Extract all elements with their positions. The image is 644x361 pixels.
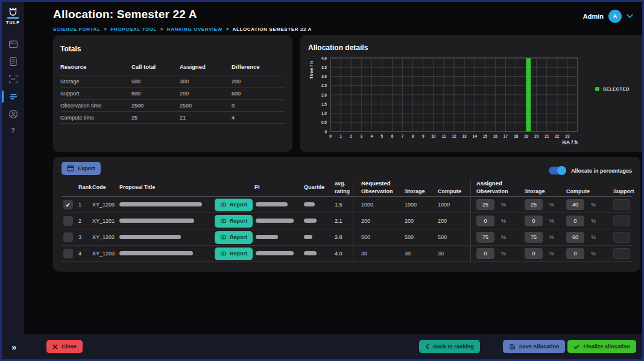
assigned-storage-cell: % bbox=[523, 248, 565, 259]
sidebar-item-account[interactable] bbox=[2, 108, 24, 120]
redacted-quartile bbox=[304, 235, 312, 239]
avatar[interactable]: A bbox=[608, 10, 622, 23]
svg-text:3.5: 3.5 bbox=[321, 65, 327, 69]
svg-text:2: 2 bbox=[350, 134, 352, 138]
breadcrumb-proposal-tool[interactable]: PROPOSAL TOOL bbox=[110, 27, 157, 32]
export-icon bbox=[67, 165, 74, 172]
save-allocation-button[interactable]: Save Allocation bbox=[503, 340, 566, 353]
assigned-storage-input[interactable] bbox=[525, 216, 543, 226]
col-rank: Rank bbox=[77, 184, 91, 190]
assigned-storage-input[interactable] bbox=[525, 232, 543, 243]
legend-label: SELECTED bbox=[603, 86, 630, 92]
assigned-compute-cell: % bbox=[565, 248, 612, 259]
support-input[interactable] bbox=[613, 248, 630, 259]
code-cell: XY_1202 bbox=[91, 234, 118, 240]
totals-row: Support800200600 bbox=[60, 87, 285, 99]
col-assigned-storage: Storage bbox=[523, 180, 565, 194]
totals-title: Totals bbox=[60, 45, 285, 53]
redacted-proposal-title bbox=[119, 202, 202, 206]
redacted-pi bbox=[256, 235, 278, 239]
chevron-left-icon bbox=[425, 343, 429, 350]
report-button[interactable]: Report bbox=[215, 231, 253, 244]
support-input[interactable] bbox=[613, 232, 630, 243]
document-icon bbox=[8, 57, 18, 66]
report-button[interactable]: Report bbox=[215, 215, 253, 228]
col-pi: PI bbox=[253, 184, 303, 190]
toggle-switch[interactable] bbox=[549, 167, 566, 174]
row-checkbox[interactable] bbox=[63, 216, 73, 226]
support-input[interactable] bbox=[613, 199, 630, 210]
col-quartile: Quartile bbox=[303, 184, 333, 190]
expand-sidebar-icon[interactable]: » bbox=[11, 342, 16, 351]
logo-underline bbox=[7, 17, 19, 19]
back-to-ranking-button[interactable]: Back to ranking bbox=[419, 340, 480, 353]
requested-observation-cell: 200 bbox=[353, 213, 403, 229]
main-content: Allocation: Semester 22 A SCIENCE PORTAL… bbox=[24, 2, 642, 334]
svg-text:17: 17 bbox=[504, 134, 508, 138]
support-cell bbox=[612, 216, 632, 226]
eye-icon bbox=[220, 235, 227, 240]
col-requested-observation: Requested Observation bbox=[353, 180, 403, 194]
totals-row: Observation time250025000 bbox=[60, 99, 285, 111]
totals-row: Compute time25214 bbox=[60, 111, 285, 123]
sidebar: TULP bbox=[2, 2, 24, 334]
check-icon bbox=[573, 344, 579, 350]
col-assigned-observation: Assigned Observation bbox=[470, 180, 523, 194]
svg-text:1: 1 bbox=[339, 134, 342, 138]
export-button[interactable]: Export bbox=[62, 162, 101, 175]
assigned-storage-cell: % bbox=[523, 216, 565, 226]
svg-text:3.0: 3.0 bbox=[321, 74, 327, 78]
breadcrumb-ranking-overview[interactable]: RANKING OVERVIEW bbox=[167, 27, 223, 32]
requested-observation-cell: 1000 bbox=[353, 197, 403, 212]
svg-text:6: 6 bbox=[391, 134, 394, 138]
sidebar-item-windows[interactable] bbox=[2, 38, 24, 50]
redacted-proposal-title bbox=[119, 219, 194, 223]
report-button[interactable]: Report bbox=[215, 248, 253, 260]
sidebar-item-ranking[interactable] bbox=[2, 91, 24, 103]
assigned-compute-input[interactable] bbox=[566, 232, 584, 243]
assigned-observation-input[interactable] bbox=[476, 199, 494, 210]
account-icon bbox=[8, 109, 18, 119]
avg-rating-cell: 4.0 bbox=[333, 251, 353, 257]
assigned-compute-input[interactable] bbox=[566, 216, 584, 226]
sidebar-item-scan[interactable] bbox=[2, 73, 24, 85]
assigned-observation-input[interactable] bbox=[476, 216, 494, 226]
allocate-in-percentages-toggle[interactable]: Allocate in percentages bbox=[549, 167, 632, 174]
report-button[interactable]: Report bbox=[215, 199, 253, 211]
redacted-proposal-title bbox=[119, 235, 181, 239]
close-button[interactable]: Close bbox=[46, 340, 83, 353]
table-row: ✓ 1 XY_1200 Report 1.5 1000 1000 1000 % … bbox=[62, 197, 632, 213]
assigned-observation-input[interactable] bbox=[476, 248, 494, 259]
col-support: Support bbox=[612, 180, 634, 194]
assigned-storage-input[interactable] bbox=[525, 199, 543, 210]
redacted-pi bbox=[256, 202, 288, 206]
avg-rating-cell: 1.5 bbox=[333, 202, 353, 208]
assigned-compute-input[interactable] bbox=[566, 248, 584, 259]
row-checkbox[interactable] bbox=[63, 232, 73, 242]
assigned-compute-cell: % bbox=[565, 199, 612, 210]
assigned-compute-input[interactable] bbox=[566, 199, 584, 210]
breadcrumb-science-portal[interactable]: SCIENCE PORTAL bbox=[53, 27, 100, 32]
user-menu[interactable]: Admin A bbox=[583, 10, 633, 23]
assigned-observation-input[interactable] bbox=[476, 232, 494, 243]
sidebar-item-documents[interactable] bbox=[2, 56, 24, 68]
chevron-down-icon[interactable] bbox=[627, 14, 633, 19]
svg-text:8: 8 bbox=[412, 134, 414, 138]
sidebar-item-help[interactable]: ? bbox=[2, 126, 24, 135]
svg-text:0: 0 bbox=[324, 130, 327, 134]
finalize-allocation-button[interactable]: Finalize allocation bbox=[567, 340, 636, 353]
support-input[interactable] bbox=[613, 216, 630, 226]
assigned-storage-input[interactable] bbox=[525, 248, 543, 259]
svg-text:4.0: 4.0 bbox=[321, 56, 327, 60]
col-requested-storage: Storage bbox=[403, 180, 437, 194]
row-checkbox[interactable] bbox=[63, 249, 73, 258]
legend-dot-selected bbox=[595, 87, 599, 91]
svg-text:1.5: 1.5 bbox=[321, 102, 327, 106]
totals-row: Storage500300200 bbox=[60, 75, 285, 87]
requested-observation-cell: 30 bbox=[353, 246, 403, 261]
assigned-storage-cell: % bbox=[523, 199, 565, 210]
ra-time-chart: 4.03.53.02.52.01.51.00.50012345678910111… bbox=[300, 56, 586, 145]
row-checkbox[interactable]: ✓ bbox=[63, 200, 73, 209]
svg-text:1.0: 1.0 bbox=[321, 111, 327, 115]
redacted-proposal-title bbox=[119, 251, 193, 255]
